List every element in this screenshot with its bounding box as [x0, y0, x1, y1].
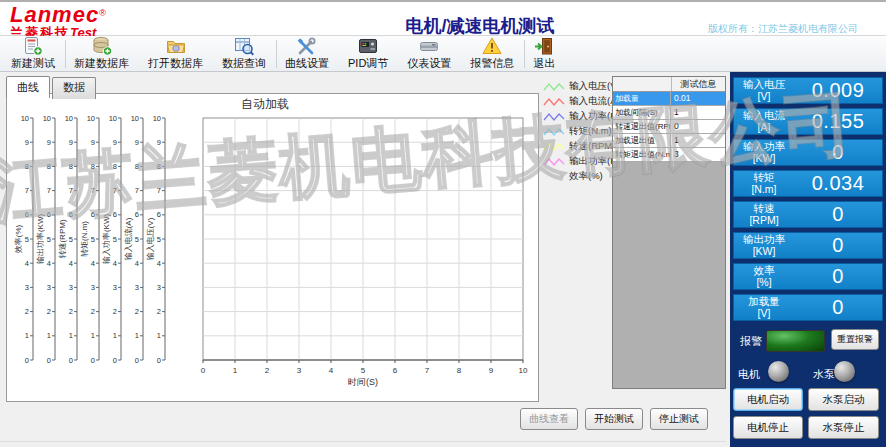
toolbar-button[interactable]: 报警信息: [465, 37, 519, 71]
pump-start-button[interactable]: 水泵启动: [808, 388, 879, 411]
motor-stop-button[interactable]: 电机停止: [733, 416, 803, 439]
measurement-unit: [KW]: [734, 246, 794, 258]
svg-text:5: 5: [157, 235, 161, 244]
measurement-value: 0: [794, 141, 882, 164]
svg-text:5: 5: [25, 235, 29, 244]
svg-text:3: 3: [47, 283, 51, 292]
measurement-label: 加载量: [734, 296, 794, 308]
svg-text:6: 6: [69, 210, 73, 219]
toolbar-button[interactable]: 新建数据库: [69, 37, 134, 71]
param-value: 3: [671, 148, 725, 161]
series-line-icon: [543, 156, 565, 168]
svg-text:5: 5: [69, 235, 73, 244]
measurement-unit: [RPM]: [734, 215, 794, 227]
svg-text:3: 3: [135, 283, 139, 292]
param-value: 1: [671, 134, 725, 147]
svg-text:1: 1: [157, 331, 161, 340]
toolbar-button[interactable]: 退出: [528, 37, 560, 71]
brand-logo: Lanmec® 兰菱科技Test: [10, 3, 106, 40]
toolbar: 新建测试 新建数据库 打开数据库 数据查询 曲线设置 PID调节 仪表设置: [0, 36, 886, 72]
svg-text:3: 3: [157, 283, 161, 292]
legend-label: 转速(RPM): [569, 140, 615, 153]
svg-text:4: 4: [157, 259, 161, 268]
measurement-unit: [KW]: [734, 153, 794, 165]
pump-stop-button[interactable]: 水泵停止: [808, 416, 879, 439]
svg-text:8: 8: [157, 162, 161, 171]
svg-text:2: 2: [135, 307, 139, 316]
main-area: 曲线 数据 自动加载012345678910时间(S)012345678910效…: [0, 72, 886, 447]
svg-text:3: 3: [113, 283, 117, 292]
table-empty-area: [613, 162, 725, 388]
svg-text:10: 10: [131, 114, 139, 123]
tab-strip: 曲线 数据: [6, 76, 98, 98]
series-line-icon: [543, 111, 565, 123]
toolbar-button[interactable]: 仪表设置: [402, 37, 456, 71]
svg-text:3: 3: [69, 283, 73, 292]
svg-text:效率(%): 效率(%): [14, 224, 23, 253]
svg-text:7: 7: [425, 366, 430, 375]
svg-text:6: 6: [47, 210, 51, 219]
legend-label: 转矩(N.m): [569, 125, 612, 138]
svg-text:2: 2: [69, 307, 73, 316]
page-title: 电机/减速电机测试: [370, 14, 590, 38]
measurement-cell: 转速 [RPM] 0: [733, 201, 883, 228]
svg-text:3: 3: [91, 283, 95, 292]
reset-alarm-button[interactable]: 重置报警: [831, 329, 879, 350]
svg-text:10: 10: [519, 366, 528, 375]
toolbar-button-label: 打开数据库: [148, 56, 203, 71]
measurement-cell: 输入功率 [KW] 0: [733, 139, 883, 166]
test-info-row[interactable]: 转速退出值(RPM) 0: [613, 120, 725, 134]
stop-test-button[interactable]: 停止测试: [650, 408, 708, 430]
bottom-divider: [0, 441, 726, 442]
toolbar-button[interactable]: 新建测试: [6, 37, 60, 71]
toolbar-button-label: 曲线设置: [285, 56, 329, 71]
alarm-indicator: [766, 330, 825, 352]
curve-view-button[interactable]: 曲线查看: [520, 408, 578, 430]
motor-label: 电机: [738, 367, 760, 382]
svg-text:2: 2: [113, 307, 117, 316]
toolbar-button[interactable]: 曲线设置: [280, 37, 334, 71]
svg-text:7: 7: [135, 186, 139, 195]
test-info-row[interactable]: 加载退出值 1: [613, 134, 725, 148]
svg-text:0: 0: [69, 356, 73, 365]
svg-text:6: 6: [113, 210, 117, 219]
toolbar-button-label: 数据查询: [222, 56, 266, 71]
tab-curve[interactable]: 曲线: [6, 76, 50, 98]
svg-text:4: 4: [113, 259, 117, 268]
chart-button-row: 曲线查看 开始测试 停止测试: [520, 408, 708, 430]
auto-load-chart: 自动加载012345678910时间(S)012345678910效率(%)01…: [7, 94, 536, 399]
param-name: 加载间隔(S): [613, 106, 671, 119]
test-info-row[interactable]: 加载量 0.01: [613, 92, 725, 106]
svg-text:5: 5: [361, 366, 366, 375]
svg-text:输出功率(KW): 输出功率(KW): [36, 214, 45, 265]
svg-text:1: 1: [47, 331, 51, 340]
svg-text:4: 4: [91, 259, 95, 268]
open-database-icon: [166, 36, 186, 56]
svg-text:10: 10: [153, 114, 161, 123]
measurement-cell: 输入电压 [V] 0.009: [733, 77, 883, 104]
param-name: 加载退出值: [613, 134, 671, 147]
tab-data[interactable]: 数据: [52, 77, 96, 99]
measurement-value: 0: [794, 296, 882, 319]
toolbar-button-label: PID调节: [348, 56, 388, 71]
exit-icon: [534, 36, 554, 56]
svg-text:1: 1: [113, 331, 117, 340]
svg-text:7: 7: [91, 186, 95, 195]
motor-indicator: [768, 361, 789, 382]
svg-text:6: 6: [135, 210, 139, 219]
svg-text:4: 4: [69, 259, 73, 268]
measurement-unit: [%]: [734, 277, 794, 289]
test-info-row[interactable]: 加载间隔(S) 1: [613, 106, 725, 120]
series-line-icon: [543, 81, 565, 93]
toolbar-button[interactable]: 打开数据库: [143, 37, 208, 71]
svg-text:4: 4: [329, 366, 334, 375]
new-database-icon: [92, 36, 112, 56]
registered-mark: ®: [99, 8, 106, 18]
param-value: 0: [671, 120, 725, 133]
measurement-cell: 转矩 [N.m] 0.034: [733, 170, 883, 197]
start-test-button[interactable]: 开始测试: [585, 408, 643, 430]
motor-start-button[interactable]: 电机启动: [733, 388, 803, 411]
toolbar-button[interactable]: 数据查询: [217, 37, 271, 71]
test-info-row[interactable]: 转矩退出值(N.m) 3: [613, 148, 725, 162]
toolbar-button[interactable]: PID调节: [343, 37, 393, 71]
